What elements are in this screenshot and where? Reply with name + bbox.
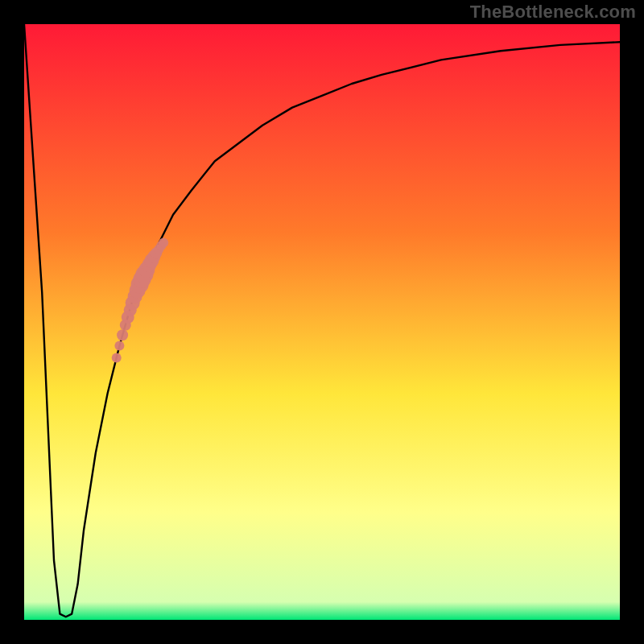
marker-dot xyxy=(159,238,168,248)
watermark-text: TheBottleneck.com xyxy=(470,2,636,23)
marker-dot xyxy=(117,329,128,341)
marker-dot xyxy=(114,341,124,351)
bottleneck-chart xyxy=(0,0,644,644)
chart-container: TheBottleneck.com xyxy=(0,0,644,644)
plot-area xyxy=(24,24,620,620)
marker-dot xyxy=(112,353,122,362)
